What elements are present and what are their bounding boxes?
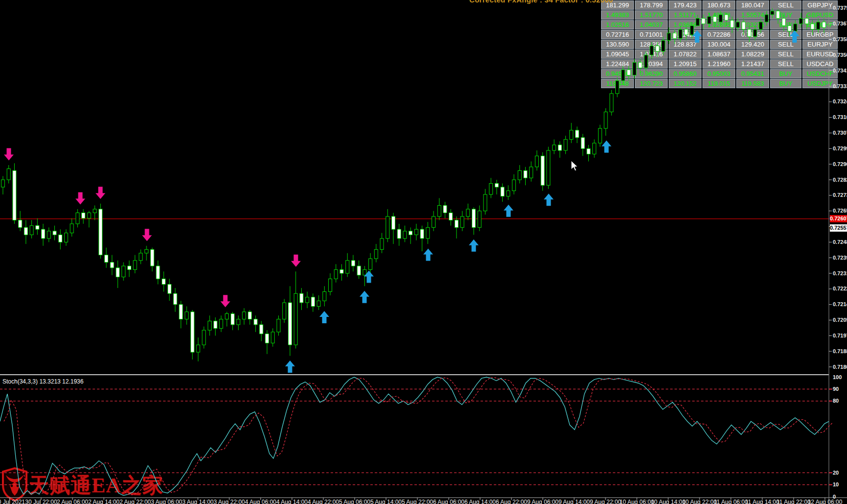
- candle-body: [547, 150, 550, 185]
- quote-action-cell[interactable]: SELL: [770, 0, 801, 10]
- price-axis-label: 0.73330: [833, 83, 847, 89]
- quote-price-cell: 1.08229: [736, 49, 769, 59]
- candle-body: [70, 224, 73, 233]
- time-axis-label: 10 Aug 22:00: [682, 499, 717, 504]
- candle-body: [156, 266, 160, 279]
- candle-body: [460, 216, 464, 227]
- quote-price-cell: 128.837: [669, 40, 702, 49]
- stoch-indicator-label: Stoch(34,3,3) 13.3213 12.1936: [2, 378, 83, 385]
- quote-action-cell[interactable]: BUY: [770, 10, 801, 20]
- quote-price-cell: 1.02895: [702, 20, 735, 29]
- buy-arrow-icon: [469, 240, 479, 252]
- quote-action-cell[interactable]: SELL: [770, 59, 801, 69]
- candle-body: [432, 216, 436, 227]
- buy-arrow-icon: [364, 271, 374, 283]
- quote-price-cell: 128.256: [635, 40, 668, 49]
- candle-body: [145, 249, 148, 253]
- candle-body: [277, 319, 280, 332]
- quote-price-cell: 0.72716: [601, 30, 634, 39]
- buy-arrow-icon: [423, 249, 433, 261]
- quote-price-cell: 0.95003: [702, 69, 735, 78]
- candle-body: [122, 266, 125, 277]
- candle-body: [59, 235, 62, 242]
- candle-body: [139, 253, 143, 261]
- candle-body: [53, 231, 56, 235]
- candle-body: [162, 279, 166, 284]
- quote-action-cell[interactable]: SELL: [770, 49, 801, 59]
- quote-action-cell[interactable]: SELL: [770, 40, 801, 49]
- candle-body: [231, 313, 234, 324]
- price-axis-label: 0.73415: [833, 68, 847, 73]
- quote-action-cell[interactable]: SELL: [770, 30, 801, 39]
- quote-action-cell[interactable]: BUY: [770, 79, 801, 88]
- candle-body: [391, 216, 395, 229]
- quote-price-cell: 1.50574: [736, 10, 769, 20]
- quote-price-cell: 1.21960: [702, 59, 735, 69]
- candle-body: [19, 220, 22, 227]
- time-axis-label: 11 Aug 06:00: [714, 499, 748, 504]
- quote-price-cell: 130.590: [601, 40, 634, 49]
- candle-body: [346, 261, 349, 273]
- candle-body: [495, 184, 498, 187]
- candle-body: [237, 319, 240, 325]
- sell-arrow-icon: [291, 255, 301, 267]
- current-price-marker: 0.72607: [830, 215, 847, 222]
- price-axis-label: 0.73160: [833, 114, 847, 120]
- quote-price-cell: 1.21437: [736, 59, 769, 69]
- time-axis-label: 6 Aug 06:00: [433, 499, 464, 504]
- buy-arrow-icon: [544, 193, 554, 206]
- quote-row: 0.945760.962900.958600.950030.95431BUYUS…: [601, 69, 838, 78]
- sell-arrow-icon: [75, 192, 85, 204]
- time-axis-label: 2 Aug 06:00: [57, 499, 88, 504]
- watermark-logo: 天赋通EA之家: [1, 467, 163, 504]
- quote-action-cell[interactable]: BUY: [770, 20, 801, 29]
- time-axis-label: 4 Aug 22:00: [308, 499, 339, 504]
- quote-price-cell: 1.51171: [669, 10, 702, 20]
- candle-body: [357, 266, 361, 275]
- quote-row: 1.224841.203941.209151.219601.21437SELLU…: [601, 59, 838, 69]
- stoch-axis-label: 20: [833, 470, 839, 476]
- quote-action-cell[interactable]: BUY: [770, 69, 801, 78]
- time-axis-label: 11 Aug 14:00: [745, 499, 779, 504]
- time-axis-label: 9 Aug 22:00: [590, 499, 621, 504]
- candle-body: [570, 130, 573, 140]
- candle-body: [47, 231, 50, 239]
- quote-price-cell: 180.047: [736, 0, 769, 10]
- quote-price-cell: 0.71856: [736, 30, 769, 39]
- candle-body: [340, 270, 343, 273]
- price-axis-label: 0.72650: [833, 208, 847, 214]
- candle-body: [7, 169, 10, 180]
- quote-price-cell: 1.02516: [601, 20, 634, 29]
- price-axis-label: 0.72820: [833, 177, 847, 183]
- price-axis-label: 0.72225: [833, 286, 847, 291]
- watermark-text: 天赋通EA之家: [28, 468, 163, 503]
- candle-body: [300, 293, 303, 303]
- candle-body: [283, 303, 286, 319]
- quote-price-cell: 130.004: [702, 40, 735, 49]
- quote-price-cell: 179.423: [669, 0, 702, 10]
- price-axis-label: 0.73670: [833, 21, 847, 26]
- candle-body: [87, 213, 91, 218]
- time-axis-label: 12 Aug 06:00: [808, 499, 843, 504]
- mouse-cursor-icon: [570, 160, 580, 172]
- mt4-chart-window[interactable]: 181.299178.799179.423180.673180.047SELLG…: [0, 0, 847, 504]
- candle-body: [289, 303, 292, 345]
- quote-price-cell: 119.015: [702, 79, 735, 88]
- candle-body: [82, 213, 85, 218]
- sell-arrow-icon: [4, 148, 14, 161]
- quote-price-cell: 178.799: [635, 0, 668, 10]
- buy-arrow-icon: [319, 311, 329, 323]
- time-axis-label: 10 Aug 14:00: [651, 499, 686, 504]
- indicator-title: Corrected FxAngle : 34 Factor : 0.52000: [469, 0, 613, 4]
- candle-body: [541, 156, 544, 185]
- quote-row: 1.493831.517701.511711.499781.50574BUYGB…: [601, 10, 838, 20]
- candle-body: [484, 194, 487, 211]
- sell-arrow-icon: [142, 229, 152, 241]
- candle-body: [329, 279, 332, 291]
- quote-price-cell: 1.49383: [601, 10, 634, 20]
- candle-body: [191, 312, 194, 352]
- candle-body: [179, 305, 183, 319]
- time-axis-label: 30 Jul 22:00: [25, 499, 57, 504]
- quote-price-cell: 120.152: [669, 79, 702, 88]
- price-axis-label: 0.72905: [833, 161, 847, 167]
